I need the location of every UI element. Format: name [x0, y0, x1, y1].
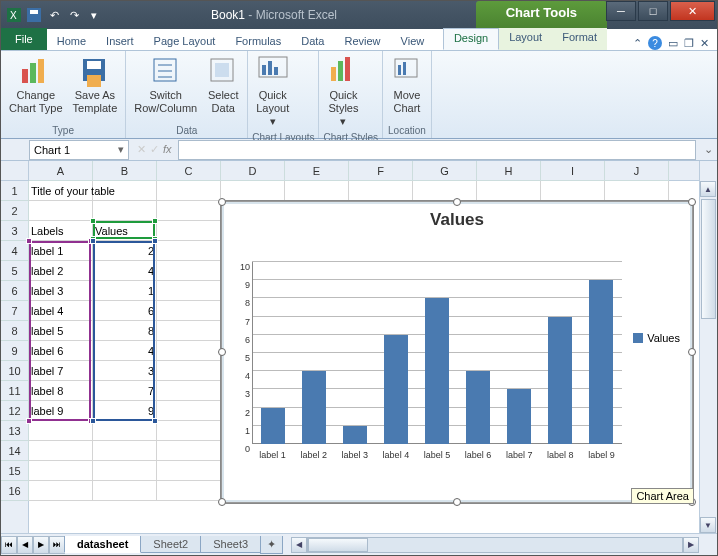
selection-handle[interactable]: [90, 218, 96, 224]
sheet-tab-sheet3[interactable]: Sheet3: [200, 536, 261, 553]
cell-B6[interactable]: 1: [93, 281, 157, 301]
row-header-5[interactable]: 5: [1, 261, 29, 281]
column-header-G[interactable]: G: [413, 161, 477, 181]
cell-A6[interactable]: label 3: [29, 281, 93, 301]
bar-3[interactable]: label 3: [334, 426, 375, 444]
chart-resize-handle[interactable]: [218, 348, 226, 356]
tab-insert[interactable]: Insert: [96, 32, 144, 50]
cell-B9[interactable]: 4: [93, 341, 157, 361]
chart-plot-area[interactable]: 012345678910 label 1label 2label 3label …: [252, 242, 622, 462]
bar-6[interactable]: label 6: [458, 371, 499, 444]
last-sheet-icon[interactable]: ⏭: [49, 536, 65, 554]
save-as-template-button[interactable]: Save As Template: [69, 53, 122, 124]
bar-7[interactable]: label 7: [499, 389, 540, 444]
column-header-C[interactable]: C: [157, 161, 221, 181]
cell-A15[interactable]: [29, 461, 93, 481]
move-chart-button[interactable]: Move Chart: [387, 53, 427, 124]
cell-C2[interactable]: [157, 201, 221, 221]
scroll-right-icon[interactable]: ▶: [683, 537, 699, 553]
cell-E1[interactable]: [285, 181, 349, 201]
cell-A2[interactable]: [29, 201, 93, 221]
cell-A14[interactable]: [29, 441, 93, 461]
column-header-F[interactable]: F: [349, 161, 413, 181]
selection-handle[interactable]: [26, 238, 32, 244]
column-header-I[interactable]: I: [541, 161, 605, 181]
cell-C1[interactable]: [157, 181, 221, 201]
fx-icon[interactable]: fx: [163, 143, 172, 156]
vertical-scrollbar[interactable]: ▲ ▼: [699, 161, 717, 533]
bar-rect[interactable]: [302, 371, 326, 444]
cell-A11[interactable]: label 8: [29, 381, 93, 401]
cell-C10[interactable]: [157, 361, 221, 381]
cancel-formula-icon[interactable]: ✕: [137, 143, 146, 156]
cell-B1[interactable]: [93, 181, 157, 201]
bar-rect[interactable]: [466, 371, 490, 444]
cell-H1[interactable]: [477, 181, 541, 201]
qat-dropdown-icon[interactable]: ▾: [85, 6, 103, 24]
bar-2[interactable]: label 2: [293, 371, 334, 444]
cell-B15[interactable]: [93, 461, 157, 481]
cell-C16[interactable]: [157, 481, 221, 501]
bar-5[interactable]: label 5: [416, 298, 457, 444]
row-header-14[interactable]: 14: [1, 441, 29, 461]
column-header-H[interactable]: H: [477, 161, 541, 181]
name-box[interactable]: Chart 1▾: [29, 140, 129, 160]
chart-resize-handle[interactable]: [453, 198, 461, 206]
chart-resize-handle[interactable]: [218, 498, 226, 506]
scroll-down-icon[interactable]: ▼: [700, 517, 716, 533]
tab-formulas[interactable]: Formulas: [225, 32, 291, 50]
cell-C4[interactable]: [157, 241, 221, 261]
cell-A10[interactable]: label 7: [29, 361, 93, 381]
bar-rect[interactable]: [507, 389, 531, 444]
minimize-button[interactable]: ─: [606, 1, 636, 21]
cell-B3[interactable]: Values: [93, 221, 157, 241]
cell-C11[interactable]: [157, 381, 221, 401]
column-header-J[interactable]: J: [605, 161, 669, 181]
column-header-A[interactable]: A: [29, 161, 93, 181]
scroll-thumb[interactable]: [701, 199, 716, 319]
cell-C14[interactable]: [157, 441, 221, 461]
cell-C13[interactable]: [157, 421, 221, 441]
save-icon[interactable]: [25, 6, 43, 24]
cell-B10[interactable]: 3: [93, 361, 157, 381]
cell-B8[interactable]: 8: [93, 321, 157, 341]
bar-9[interactable]: label 9: [581, 280, 622, 444]
selection-handle[interactable]: [152, 218, 158, 224]
sheet-tab-active[interactable]: datasheet: [64, 536, 141, 553]
row-header-3[interactable]: 3: [1, 221, 29, 241]
prev-sheet-icon[interactable]: ◀: [17, 536, 33, 554]
close-button[interactable]: ✕: [670, 1, 715, 21]
cell-C7[interactable]: [157, 301, 221, 321]
cell-B16[interactable]: [93, 481, 157, 501]
workbook-minimize-icon[interactable]: ▭: [668, 37, 678, 50]
redo-icon[interactable]: ↷: [65, 6, 83, 24]
row-header-11[interactable]: 11: [1, 381, 29, 401]
tab-design[interactable]: Design: [443, 28, 499, 50]
column-header-D[interactable]: D: [221, 161, 285, 181]
bar-rect[interactable]: [384, 335, 408, 444]
bar-8[interactable]: label 8: [540, 317, 581, 444]
scroll-thumb[interactable]: [308, 538, 368, 552]
bar-rect[interactable]: [261, 408, 285, 444]
cell-C3[interactable]: [157, 221, 221, 241]
cell-B14[interactable]: [93, 441, 157, 461]
tab-format[interactable]: Format: [552, 28, 607, 50]
cell-A5[interactable]: label 2: [29, 261, 93, 281]
chart-title[interactable]: Values: [222, 202, 692, 234]
workbook-restore-icon[interactable]: ❐: [684, 37, 694, 50]
chart-resize-handle[interactable]: [218, 198, 226, 206]
workbook-close-icon[interactable]: ✕: [700, 37, 709, 50]
bar-rect[interactable]: [589, 280, 613, 444]
cell-I1[interactable]: [541, 181, 605, 201]
row-header-12[interactable]: 12: [1, 401, 29, 421]
change-chart-type-button[interactable]: Change Chart Type: [5, 53, 67, 124]
select-all-corner[interactable]: [1, 161, 29, 181]
bar-1[interactable]: label 1: [252, 408, 293, 444]
cell-B4[interactable]: 2: [93, 241, 157, 261]
minimize-ribbon-icon[interactable]: ⌃: [633, 37, 642, 50]
row-header-7[interactable]: 7: [1, 301, 29, 321]
cell-A12[interactable]: label 9: [29, 401, 93, 421]
sheet-tab-sheet2[interactable]: Sheet2: [140, 536, 201, 553]
cell-B7[interactable]: 6: [93, 301, 157, 321]
bar-rect[interactable]: [425, 298, 449, 444]
